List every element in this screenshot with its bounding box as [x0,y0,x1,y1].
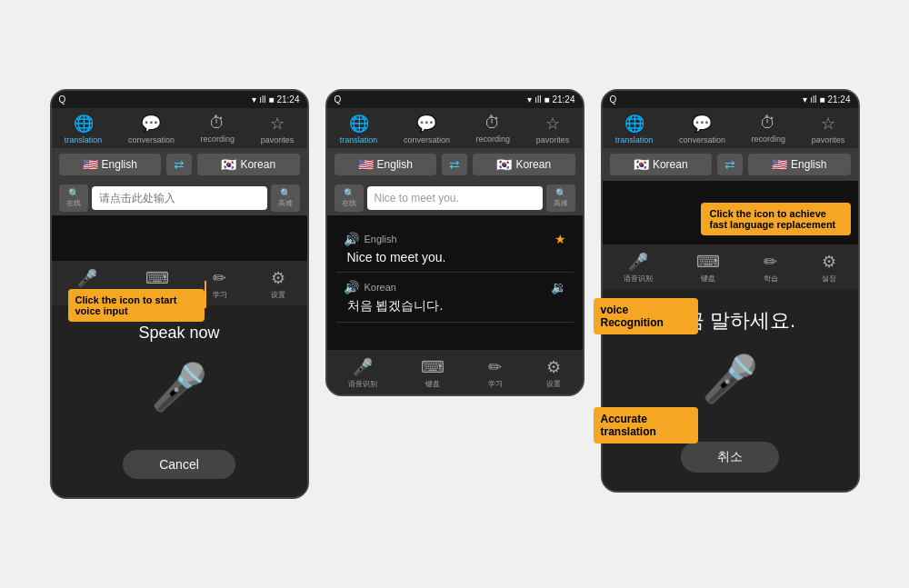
wifi-icon-2: ▾ [527,95,532,105]
star-icon-en-2[interactable]: ★ [554,232,566,246]
star-outline-icon-3: ☆ [821,114,835,134]
keyboard-icon-1: ⌨ [145,268,169,288]
pen-icon-1: ✏ [213,268,226,288]
phone2-wrapper: Q ▾ ıll ■ 21:24 🌐 translation 💬 conversa… [325,89,584,396]
lang-from-btn-2[interactable]: 🇺🇸 English [335,154,437,175]
lang-from-btn-1[interactable]: 🇺🇸 English [59,154,162,175]
swap-btn-3[interactable]: ⇄ [717,154,743,175]
keyboard-icon-3: ⌨ [696,252,720,272]
mic-tool-icon-1: 🎤 [77,268,97,288]
kr-flag-2: 🇰🇷 [496,157,512,172]
notification-icon-2: Q [335,95,342,105]
chat-icon: 💬 [141,114,161,134]
nav-recording-label-3: recording [752,135,786,144]
globe-icon-2: 🌐 [349,114,369,134]
cancel-btn-1[interactable]: Cancel [123,450,235,479]
voice-tool-btn-3[interactable]: 🎤 语音识别 [624,252,653,284]
nav-recording-3[interactable]: ⏱ recording [752,114,786,145]
pen-icon-3: ✏ [764,252,777,272]
nav-recording-2[interactable]: ⏱ recording [476,114,511,145]
time-display-2: 21:24 [552,95,574,105]
nav-recording-label-2: recording [476,135,511,144]
nav-conversation-2[interactable]: 💬 conversation [404,114,450,145]
speaker-right-kr-2[interactable]: 🔉 [551,280,566,294]
timer-icon: ⏱ [209,114,225,133]
nav-favorites-label-1: pavorites [261,135,295,145]
study-tool-btn-2[interactable]: ✏ 学习 [488,357,503,389]
keyboard-tool-label-2: 键盘 [425,379,440,389]
gear-icon-1: ⚙ [271,268,285,288]
settings-tool-label-1: 设置 [271,290,285,300]
keyboard-tool-btn-2[interactable]: ⌨ 键盘 [421,357,445,389]
pen-icon-2: ✏ [488,357,502,377]
gear-icon-2: ⚙ [546,357,561,377]
nav-conversation-3[interactable]: 💬 conversation [679,114,725,145]
timer-icon-3: ⏱ [760,114,776,133]
nav-translation-1[interactable]: 🌐 translation [65,114,103,145]
nav-recording-1[interactable]: ⏱ recording [201,114,235,145]
speaker-icon-kr-2[interactable]: 🔊 [344,280,359,294]
bottom-toolbar-2: 🎤 语音识别 ⌨ 键盘 ✏ 学习 ⚙ 设置 [327,350,583,394]
nav-conversation-label-3: conversation [679,135,725,145]
callout-voice-start-1: Click the icon to start voice input [68,289,205,322]
settings-tool-btn-2[interactable]: ⚙ 设置 [546,357,561,389]
lang-from-btn-3[interactable]: 🇰🇷 Korean [610,154,713,175]
search-advanced-label-1: 高难 [278,198,293,208]
swap-btn-2[interactable]: ⇄ [442,154,467,175]
search-online-label-2: 在线 [342,198,356,208]
gear-icon-3: ⚙ [822,252,836,272]
lang-bar-1: 🇺🇸 English ⇄ 🇰🇷 Korean [52,148,307,181]
search-online-btn-2[interactable]: 🔍 在线 [335,184,364,212]
nav-favorites-2[interactable]: ☆ pavorites [536,114,570,145]
nav-translation-3[interactable]: 🌐 translation [615,114,654,145]
nav-translation-label-2: translation [340,135,378,145]
status-bar-3: Q ▾ ıll ■ 21:24 [603,91,858,108]
search-advanced-btn-1[interactable]: 🔍 高难 [271,184,300,212]
wifi-icon-3: ▾ [803,95,807,105]
timer-icon-2: ⏱ [484,114,501,133]
settings-tool-btn-3[interactable]: ⚙ 설정 [822,252,836,284]
voice-tool-label-3: 语音识别 [624,274,653,284]
chat-icon-2: 💬 [416,114,436,134]
signal-icon-2: ıll [534,95,541,105]
study-tool-btn-1[interactable]: ✏ 学习 [213,268,227,300]
speaker-icon-en-2[interactable]: 🔊 [344,232,359,246]
status-left-3: Q [610,95,617,105]
mic-tool-icon-2: 🎤 [353,357,373,377]
search-bar-2: 🔍 在线 🔍 高难 [327,181,583,215]
lang-from-label-2: English [377,158,413,171]
search-online-label-1: 在线 [66,198,81,208]
keyboard-tool-btn-3[interactable]: ⌨ 键盘 [696,252,720,284]
english-lang-label-2: English [365,234,397,244]
search-input-1[interactable] [92,186,267,210]
status-left-1: Q [59,95,66,105]
lang-to-btn-1[interactable]: 🇰🇷 Korean [197,154,300,175]
voice-tool-btn-2[interactable]: 🎤 语音识别 [348,357,377,389]
voice-dialog-1: Speak now 🎤 Cancel [52,305,307,497]
lang-to-btn-2[interactable]: 🇰🇷 Korean [473,154,575,175]
nav-bar-3: 🌐 translation 💬 conversation ⏱ recording… [603,108,858,148]
status-right-1: ▾ ıll ■ 21:24 [252,95,299,105]
study-tool-label-1: 学习 [213,290,227,300]
study-tool-label-2: 学习 [488,379,503,389]
trans-block-header-english-2: 🔊 English ★ [344,232,566,246]
settings-tool-btn-1[interactable]: ⚙ 设置 [271,268,285,300]
nav-favorites-1[interactable]: ☆ pavorites [261,114,295,145]
star-outline-icon: ☆ [270,114,285,134]
keyboard-icon-2: ⌨ [421,357,445,377]
lang-bar-2: 🇺🇸 English ⇄ 🇰🇷 Korean [327,148,583,181]
search-online-btn-1[interactable]: 🔍 在线 [59,184,88,212]
mic-large-icon-3: 🎤 [621,353,840,405]
search-advanced-btn-2[interactable]: 🔍 高难 [546,184,575,212]
nav-conversation-label-1: conversation [128,135,175,145]
lang-to-btn-3[interactable]: 🇺🇸 English [748,154,851,175]
search-input-2[interactable] [367,186,543,210]
swap-btn-1[interactable]: ⇄ [166,154,192,175]
cancel-btn-3[interactable]: 취소 [681,442,779,473]
nav-conversation-1[interactable]: 💬 conversation [128,114,175,145]
english-trans-text-2: Nice to meet you. [344,250,566,264]
nav-favorites-label-3: pavorites [812,135,845,145]
study-tool-btn-3[interactable]: ✏ 학습 [764,252,778,284]
nav-translation-2[interactable]: 🌐 translation [340,114,378,145]
nav-favorites-3[interactable]: ☆ pavorites [812,114,845,145]
